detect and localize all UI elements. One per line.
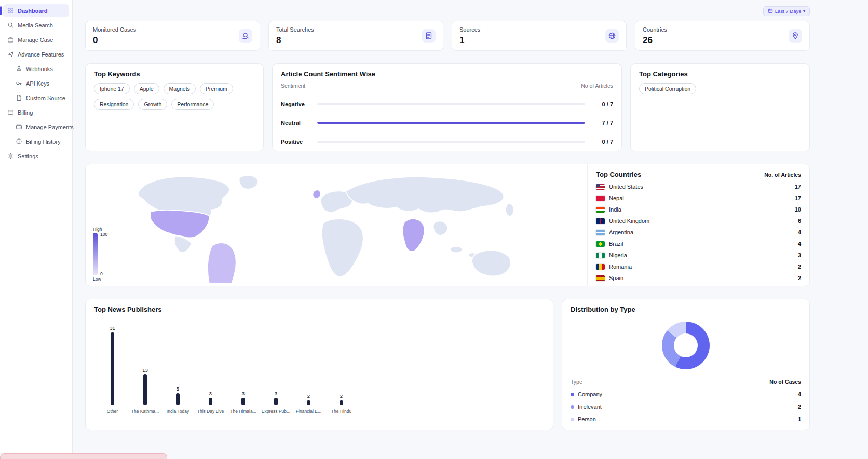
stat-text: Total Searches8: [276, 26, 314, 46]
sentiment-col-label: Sentiment: [281, 82, 305, 89]
sidebar-item-manage-payments[interactable]: Manage Payments: [11, 120, 69, 133]
distribution-col-type: Type: [571, 379, 582, 385]
sidebar-item-billing-history[interactable]: Billing History: [11, 135, 69, 148]
keyword-chip[interactable]: Growth: [138, 99, 167, 110]
briefcase-icon: [7, 36, 14, 43]
flag-brazil-icon: [596, 241, 605, 247]
sidebar-item-api-keys[interactable]: API Keys: [11, 77, 69, 90]
sidebar-item-dashboard[interactable]: Dashboard: [3, 4, 69, 17]
top-categories-title: Top Categories: [639, 70, 801, 78]
chevron-down-icon: ▾: [803, 9, 805, 13]
distribution-row-irrelevant: Irrelevant2: [571, 404, 801, 410]
country-article-count: 2: [798, 275, 801, 281]
bar-label: India Today: [167, 409, 189, 414]
country-name: Spain: [609, 275, 794, 281]
sentiment-bar-track: [317, 103, 585, 105]
country-article-count: 3: [798, 252, 801, 258]
bar: [307, 400, 310, 405]
sidebar-item-media-search[interactable]: Media Search: [3, 19, 69, 32]
category-chip-list: Political Corruption: [639, 83, 801, 94]
bar-value: 13: [142, 367, 148, 373]
date-filter-label: Last 7 Days: [775, 8, 801, 14]
stat-label: Monitored Cases: [93, 26, 136, 33]
sentiment-label: Positive: [281, 138, 311, 145]
main-content: Last 7 Days ▾ Monitored Cases0Total Sear…: [73, 0, 868, 430]
keyword-chip[interactable]: Apple: [134, 83, 159, 94]
distribution-col-cases: No of Cases: [769, 379, 801, 385]
sidebar-item-billing[interactable]: Billing: [3, 106, 69, 119]
legend-dot: [571, 405, 574, 409]
top-keywords-card: Top Keywords Iphone 17AppleMagnetsPremiu…: [85, 63, 264, 151]
bar-value: 3: [275, 391, 277, 396]
distribution-rows: Company4Irrelevant2Person1: [571, 391, 801, 422]
country-article-count: 6: [798, 218, 801, 224]
legend-dot: [571, 393, 574, 396]
keyword-chip[interactable]: Magnets: [164, 83, 196, 94]
map-card: High 100 0 Low Top Countries No. of Arti…: [85, 164, 810, 286]
publisher-bar-other: 31Other: [96, 316, 129, 414]
publisher-bar-the-himala: 3The Himala...: [227, 316, 260, 414]
country-article-count: 4: [798, 241, 801, 247]
bar-value: 5: [177, 386, 179, 392]
file-icon: [16, 94, 22, 101]
top-publishers-title: Top News Publishers: [94, 305, 545, 313]
sidebar-item-advance-features[interactable]: Advance Features: [3, 48, 69, 61]
donut-chart-wrap: [571, 322, 801, 369]
case-count: 2: [798, 404, 801, 410]
donut-chart: [662, 322, 710, 369]
map-legend: High 100 0 Low: [93, 227, 102, 282]
sidebar-item-webhooks[interactable]: Webhooks: [11, 62, 69, 75]
gear-icon: [7, 152, 14, 159]
publisher-bar-india-today: 5India Today: [161, 316, 194, 414]
map-legend-low: Low: [93, 276, 102, 282]
flag-india-icon: [596, 207, 605, 213]
country-row-india: India10: [596, 206, 801, 213]
sentiment-col-value: No of Articles: [581, 82, 613, 89]
stat-card-monitored-cases: Monitored Cases0: [85, 21, 260, 51]
stat-card-sources: Sources1: [452, 21, 627, 51]
keyword-chip[interactable]: Premium: [200, 83, 233, 94]
sidebar-item-custom-source[interactable]: Custom Source: [11, 91, 69, 104]
plane-icon: [7, 51, 14, 58]
publisher-bar-this-day-live: 3This Day Live: [194, 316, 227, 414]
country-row-nigeria: Nigeria3: [596, 252, 801, 258]
sidebar-item-label: Dashboard: [18, 8, 47, 14]
category-chip[interactable]: Political Corruption: [639, 83, 696, 94]
stat-text: Monitored Cases0: [93, 26, 136, 46]
bar-label: The Kathma...: [131, 409, 159, 414]
date-filter-button[interactable]: Last 7 Days ▾: [763, 6, 810, 16]
keyword-chip[interactable]: Resignation: [94, 99, 134, 110]
country-name: United Kingdom: [609, 218, 794, 224]
bar-label: The Hindu: [331, 409, 351, 414]
top-countries-header: Top Countries No. of Articles: [596, 171, 801, 178]
distribution-row-person: Person1: [571, 416, 801, 422]
sidebar-item-label: API Keys: [26, 80, 49, 87]
case-count: 1: [798, 416, 801, 422]
keyword-chip[interactable]: Iphone 17: [94, 83, 130, 94]
distribution-row-company: Company4: [571, 391, 801, 397]
sidebar-item-label: Custom Source: [26, 95, 65, 101]
sidebar-item-label: Manage Case: [18, 37, 53, 43]
stat-value: 26: [643, 35, 667, 46]
bar: [111, 332, 114, 405]
sidebar-item-label: Billing History: [26, 138, 61, 145]
country-name: Brazil: [609, 241, 794, 247]
sidebar-item-manage-case[interactable]: Manage Case: [3, 33, 69, 46]
bar-label: This Day Live: [197, 409, 224, 414]
sidebar-item-settings[interactable]: Settings: [3, 149, 69, 162]
pin-icon: [789, 29, 802, 43]
sentiment-rows: Negative0 / 7Neutral7 / 7Positive0 / 7: [281, 101, 613, 145]
sentiment-label: Neutral: [281, 120, 311, 126]
bar-label: Other: [107, 409, 118, 414]
publisher-bar-the-kathma: 13The Kathma...: [129, 316, 161, 414]
bar-label: Financial E...: [296, 409, 321, 414]
keyword-chip[interactable]: Performance: [171, 99, 214, 110]
globe-icon: [605, 29, 619, 43]
stat-label: Sources: [459, 26, 480, 33]
legend-dot: [571, 418, 574, 421]
sentiment-bar-fill: [317, 122, 585, 124]
country-row-argentina: Argentina4: [596, 229, 801, 235]
sidebar-nav: DashboardMedia SearchManage CaseAdvance …: [3, 4, 69, 162]
bottom-row: Top News Publishers 31Other13The Kathma.…: [85, 299, 810, 430]
bar-value: 2: [307, 393, 310, 399]
